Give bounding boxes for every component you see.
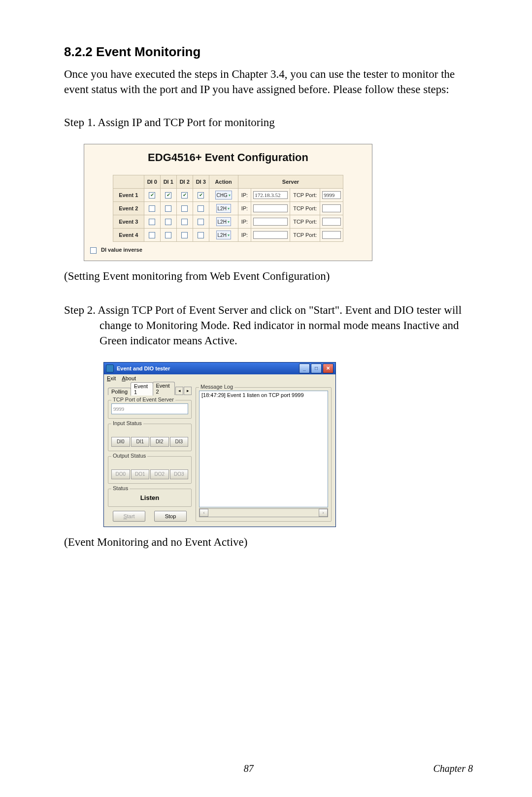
tab-strip: Polling Event 1 Event 2 ◂ ▸ [108,385,192,395]
close-button[interactable]: ✕ [323,364,333,373]
di1-indicator: DI1 [131,437,150,447]
group-input-status: Input Status DI0 DI1 DI2 DI3 [108,424,192,451]
chevron-down-icon: ▾ [228,206,230,211]
log-scrollbar[interactable]: ‹ › [199,508,328,517]
tab-scroll-right-icon[interactable]: ▸ [184,387,192,395]
tab-scroll-left-icon[interactable]: ◂ [175,387,183,395]
group-message-log: Message Log [18:47:29] Event 1 listen on… [196,387,332,522]
status-value: Listen [111,492,188,502]
di-checkbox[interactable] [149,192,155,199]
di-checkbox[interactable] [165,232,171,238]
di0-indicator: DI0 [111,437,130,447]
group-status: Status Listen [108,489,192,507]
port-label: TCP Port: [292,232,318,238]
tab-event2[interactable]: Event 2 [153,382,175,395]
titlebar: Event and DIO tester _ □ ✕ [104,363,335,374]
group-input-status-label: Input Status [111,420,143,426]
action-select[interactable]: CHG▾ [215,191,232,199]
ip-label: IP: [240,219,249,225]
di3-indicator: DI3 [170,437,189,447]
port-input[interactable] [322,204,341,212]
action-select[interactable]: L2H▾ [216,231,231,239]
do3-button[interactable]: DO3 [170,469,189,479]
group-output-status-label: Output Status [111,453,147,459]
col-di1: DI 1 [160,175,176,189]
event-row: Event 2L2H▾IP:TCP Port: [113,202,343,215]
menu-exit[interactable]: Exit [107,375,116,381]
di-checkbox[interactable] [181,232,188,238]
app-icon [106,365,114,372]
action-select[interactable]: L2H▾ [216,217,231,226]
col-di0: DI 0 [144,175,160,189]
event-config-table: DI 0 DI 1 DI 2 DI 3 Action Server Event … [113,175,344,242]
ip-input[interactable] [253,204,288,212]
port-input[interactable] [322,231,341,239]
di-inverse-row: DI value inverse [90,247,366,254]
event-row-label: Event 2 [113,202,144,215]
scroll-left-icon[interactable]: ‹ [200,509,208,517]
group-tcp-port: TCP Port of Event Server [108,400,192,419]
di-checkbox[interactable] [181,219,188,225]
minimize-button[interactable]: _ [299,364,310,373]
di-checkbox[interactable] [165,205,171,212]
di2-indicator: DI2 [150,437,169,447]
do0-button[interactable]: DO0 [111,469,130,479]
col-server: Server [238,175,343,189]
port-input[interactable] [322,191,341,199]
chapter-label: Chapter 8 [433,763,473,774]
tab-polling[interactable]: Polling [108,388,131,395]
chevron-down-icon: ▾ [228,233,230,237]
section-heading: 8.2.2 Event Monitoring [64,44,473,60]
action-select[interactable]: L2H▾ [216,204,231,213]
port-label: TCP Port: [292,192,318,198]
tab-event1[interactable]: Event 1 [131,382,153,396]
event-row-label: Event 3 [113,215,144,229]
di-checkbox[interactable] [198,192,204,199]
ip-input[interactable] [253,231,288,239]
menu-about[interactable]: About [122,375,136,381]
event-config-title: EDG4516+ Event Configuration [90,151,366,164]
intro-paragraph: Once you have executed the steps in Chap… [64,66,473,97]
message-log: [18:47:29] Event 1 listen on TCP port 99… [199,391,328,507]
event-row-label: Event 1 [113,189,144,202]
do1-button[interactable]: DO1 [131,469,150,479]
di-checkbox[interactable] [198,232,204,238]
chevron-down-icon: ▾ [229,193,231,198]
maximize-button[interactable]: □ [311,364,322,373]
port-label: TCP Port: [292,205,318,211]
event-row-label: Event 4 [113,229,144,242]
stop-button[interactable]: Stop [154,511,187,522]
figure2-caption: (Event Monitoring and no Event Active) [64,536,473,549]
di-checkbox[interactable] [198,219,204,225]
di-checkbox[interactable] [198,205,204,212]
dio-tester-window: Event and DIO tester _ □ ✕ Exit About Po… [103,362,336,527]
di-inverse-checkbox[interactable] [90,247,97,254]
scroll-right-icon[interactable]: › [319,509,328,517]
ip-input[interactable] [253,191,288,199]
di-checkbox[interactable] [149,232,155,238]
do2-button[interactable]: DO2 [150,469,169,479]
log-line: [18:47:29] Event 1 listen on TCP port 99… [201,392,326,398]
menubar: Exit About [104,374,335,382]
group-tcp-port-label: TCP Port of Event Server [111,397,175,402]
tcp-port-input[interactable] [111,403,188,414]
di-checkbox[interactable] [165,192,171,199]
di-checkbox[interactable] [149,205,155,212]
di-checkbox[interactable] [149,219,155,225]
di-checkbox[interactable] [181,192,188,199]
di-checkbox[interactable] [165,219,171,225]
col-action: Action [209,175,238,189]
group-message-log-label: Message Log [199,384,234,390]
ip-label: IP: [240,192,249,198]
figure1-caption: (Setting Event monitoring from Web Event… [64,270,473,283]
event-config-panel: EDG4516+ Event Configuration DI 0 DI 1 D… [84,144,372,261]
di-checkbox[interactable] [181,205,188,212]
start-button[interactable]: Start [113,511,145,522]
event-row: Event 3L2H▾IP:TCP Port: [113,215,343,229]
di-inverse-label: DI value inverse [101,247,142,253]
port-input[interactable] [322,218,341,226]
ip-input[interactable] [253,218,288,226]
group-output-status: Output Status DO0 DO1 DO2 DO3 [108,456,192,484]
col-di3: DI 3 [193,175,209,189]
port-label: TCP Port: [292,219,318,225]
